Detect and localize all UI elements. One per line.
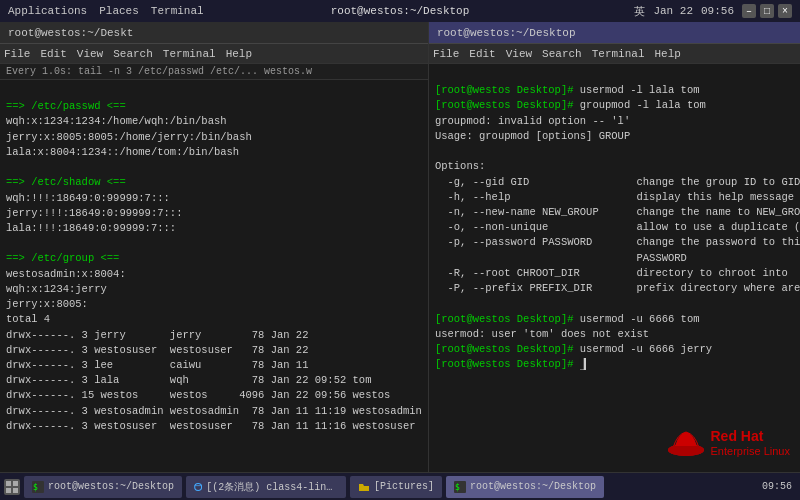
group-line2: wqh:x:1234:jerry — [6, 283, 107, 295]
left-terminal-title: root@westos:~/Deskt — [8, 27, 133, 39]
err1: groupmod: invalid option -- 'l' — [435, 115, 630, 127]
right-menu-help[interactable]: Help — [655, 48, 681, 60]
svg-rect-2 — [6, 481, 11, 486]
ticker-bar: Every 1.0s: tail -n 3 /etc/passwd /etc/.… — [0, 64, 428, 80]
close-button[interactable]: × — [778, 4, 792, 18]
group-line3: jerry:x:8005: — [6, 298, 88, 310]
left-terminal: root@westos:~/Deskt File Edit View Searc… — [0, 22, 429, 478]
left-menu-help[interactable]: Help — [226, 48, 252, 60]
maximize-button[interactable]: □ — [760, 4, 774, 18]
left-menu-view[interactable]: View — [77, 48, 103, 60]
taskbar-label-2: [(2条消息) class4-linux系统中的... — [206, 480, 338, 494]
svg-rect-3 — [13, 481, 18, 486]
opt6: -R, --root CHROOT_DIR directory to chroo… — [435, 267, 788, 279]
passwd-line2: jerry:x:8005:8005:/home/jerry:/bin/bash — [6, 131, 252, 143]
right-menu-search[interactable]: Search — [542, 48, 582, 60]
dir-line5: drwx------. 15 westos westos 4096 Jan 22… — [6, 389, 390, 401]
redhat-name: Red Hat — [711, 428, 791, 445]
svg-point-8 — [195, 483, 202, 490]
taskbar-label-3: [Pictures] — [374, 481, 434, 492]
redhat-enterprise: Enterprise Linux — [711, 445, 791, 458]
opt2: -h, --help display this help message and… — [435, 191, 800, 203]
taskbar-label-4: root@westos:~/Desktop — [470, 481, 596, 492]
system-bar-left: Applications Places Terminal — [8, 5, 634, 17]
cmd4: [root@westos Desktop]# usermod -u 6666 j… — [435, 343, 712, 355]
svg-text:$: $ — [455, 483, 460, 492]
opt5b: PASSWORD — [435, 252, 687, 264]
time-display: 09:56 — [701, 5, 734, 17]
minimize-button[interactable]: – — [742, 4, 756, 18]
taskbar-item-pictures[interactable]: [Pictures] — [350, 476, 442, 498]
redhat-logo: Red Hat Enterprise Linux — [667, 428, 791, 458]
left-terminal-content[interactable]: ==> /etc/passwd <== wqh:x:1234:1234:/hom… — [0, 80, 428, 478]
cmd3: [root@westos Desktop]# usermod -u 6666 t… — [435, 313, 700, 325]
err2: usermod: user 'tom' does not exist — [435, 328, 649, 340]
dir-line4: drwx------. 3 lala wqh 78 Jan 22 09:52 t… — [6, 374, 371, 386]
cmd2: [root@westos Desktop]# groupmod -l lala … — [435, 99, 706, 111]
date-display: Jan 22 — [653, 5, 693, 17]
total-line: total 4 — [6, 313, 50, 325]
right-menu-edit[interactable]: Edit — [469, 48, 495, 60]
options-header: Options: — [435, 160, 485, 172]
right-menu-terminal[interactable]: Terminal — [592, 48, 645, 60]
shadow-line2: jerry:!!!:18649:0:99999:7::: — [6, 207, 182, 219]
cmd1: [root@westos Desktop]# usermod -l lala t… — [435, 84, 700, 96]
left-menu-file[interactable]: File — [4, 48, 30, 60]
right-terminal-content[interactable]: [root@westos Desktop]# usermod -l lala t… — [429, 64, 800, 478]
places-menu[interactable]: Places — [99, 5, 139, 17]
right-terminal-titlebar: root@westos:~/Desktop — [429, 22, 800, 44]
window-title: root@westos:~/Desktop — [331, 5, 470, 17]
opt7: -P, --prefix PREFIX_DIR prefix directory… — [435, 282, 800, 294]
passwd-line1: wqh:x:1234:1234:/home/wqh:/bin/bash — [6, 115, 227, 127]
svg-rect-4 — [6, 488, 11, 493]
taskbar-clock: 09:56 — [758, 481, 796, 492]
dir-line7: drwx------. 3 westosuser westosuser 78 J… — [6, 420, 416, 432]
right-terminal-title: root@westos:~/Desktop — [437, 27, 576, 39]
system-bar: Applications Places Terminal root@westos… — [0, 0, 800, 22]
taskbar-item-terminal2[interactable]: $ root@westos:~/Desktop — [446, 476, 604, 498]
left-menu-edit[interactable]: Edit — [40, 48, 66, 60]
opt4: -o, --non-unique allow to use a duplicat… — [435, 221, 800, 233]
shadow-line1: wqh:!!!:18649:0:99999:7::: — [6, 192, 170, 204]
shadow-header: ==> /etc/shadow <== — [6, 176, 126, 188]
terminal-menu[interactable]: Terminal — [151, 5, 204, 17]
group-line1: westosadmin:x:8004: — [6, 268, 126, 280]
opt5: -p, --password PASSWORD change the passw… — [435, 236, 800, 248]
left-terminal-titlebar: root@westos:~/Deskt — [0, 22, 428, 44]
prompt1: [root@westos Desktop]# ▋ — [435, 358, 586, 370]
dir-line6: drwx------. 3 westosadmin westosadmin 78… — [6, 405, 422, 417]
redhat-hat-icon — [667, 428, 705, 458]
taskbar-item-browser[interactable]: [(2条消息) class4-linux系统中的... — [186, 476, 346, 498]
opt3: -n, --new-name NEW_GROUP change the name… — [435, 206, 800, 218]
passwd-header: ==> /etc/passwd <== — [6, 100, 126, 112]
dir-line2: drwx------. 3 westosuser westosuser 78 J… — [6, 344, 308, 356]
right-menu-view[interactable]: View — [506, 48, 532, 60]
opt1: -g, --gid GID change the group ID to GID — [435, 176, 800, 188]
taskbar-item-terminal1[interactable]: $ root@westos:~/Desktop — [24, 476, 182, 498]
right-terminal-menubar: File Edit View Search Terminal Help — [429, 44, 800, 64]
redhat-text: Red Hat Enterprise Linux — [711, 428, 791, 458]
left-menu-terminal[interactable]: Terminal — [163, 48, 216, 60]
shadow-line3: lala:!!!:18649:0:99999:7::: — [6, 222, 176, 234]
locale-indicator: 英 — [634, 4, 645, 19]
svg-rect-5 — [13, 488, 18, 493]
start-icon[interactable] — [4, 479, 20, 495]
left-terminal-menubar: File Edit View Search Terminal Help — [0, 44, 428, 64]
terminal-icon-2: $ — [454, 481, 466, 493]
left-menu-search[interactable]: Search — [113, 48, 153, 60]
main-container: root@westos:~/Deskt File Edit View Searc… — [0, 22, 800, 478]
usage1: Usage: groupmod [options] GROUP — [435, 130, 630, 142]
browser-icon — [194, 481, 202, 493]
taskbar-label-1: root@westos:~/Desktop — [48, 481, 174, 492]
passwd-line3: lala:x:8004:1234::/home/tom:/bin/bash — [6, 146, 239, 158]
window-controls: – □ × — [742, 4, 792, 18]
right-terminal: root@westos:~/Desktop File Edit View Sea… — [429, 22, 800, 478]
right-menu-file[interactable]: File — [433, 48, 459, 60]
group-header: ==> /etc/group <== — [6, 252, 119, 264]
dir-line3: drwx------. 3 lee caiwu 78 Jan 11 — [6, 359, 308, 371]
dir-line1: drwx------. 3 jerry jerry 78 Jan 22 — [6, 329, 308, 341]
system-bar-right: 英 Jan 22 09:56 – □ × — [634, 4, 792, 19]
taskbar: $ root@westos:~/Desktop [(2条消息) class4-l… — [0, 472, 800, 500]
terminal-icon-1: $ — [32, 481, 44, 493]
apps-menu[interactable]: Applications — [8, 5, 87, 17]
